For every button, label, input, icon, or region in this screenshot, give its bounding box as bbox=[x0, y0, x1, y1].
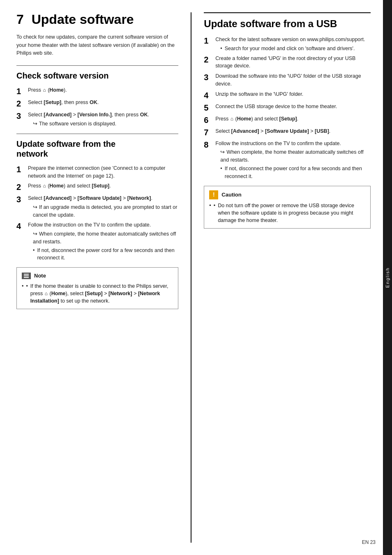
usb-step-number-8: 8 bbox=[204, 140, 215, 150]
note-icon-line-1 bbox=[24, 274, 29, 275]
usb-step-content-6: Press ⌂ (Home) and select [Setup]. bbox=[215, 115, 371, 123]
net-step-number-3: 3 bbox=[16, 194, 28, 204]
note-icon bbox=[22, 273, 31, 279]
section-divider-1 bbox=[16, 65, 178, 66]
check-version-title: Check software version bbox=[16, 71, 178, 81]
usb-step-content-8: Follow the instructions on the TV to con… bbox=[215, 140, 371, 180]
update-network-title: Update software from thenetwork bbox=[16, 139, 178, 159]
usb-section: Update software from a USB bbox=[204, 12, 371, 30]
usb-step-content-1: Check for the latest software version on… bbox=[215, 36, 371, 52]
caution-icon: ! bbox=[209, 190, 218, 199]
network-step-2: 2 Press ⌂ (Home) and select [Setup]. bbox=[16, 182, 178, 192]
caution-bullet: • bbox=[214, 202, 215, 209]
note-icon-lines bbox=[24, 274, 29, 278]
network-step-1: 1 Prepare the internet connection (see '… bbox=[16, 164, 178, 180]
right-column: Update software from a USB 1 Check for t… bbox=[191, 12, 371, 543]
caution-text: Do not turn off the power or remove the … bbox=[218, 202, 365, 224]
usb-step-number-5: 5 bbox=[204, 103, 215, 113]
net-step-content-1: Prepare the internet connection (see 'Co… bbox=[28, 164, 178, 180]
note-icon-line-2 bbox=[24, 275, 29, 276]
step-number-1: 1 bbox=[16, 86, 28, 96]
section-divider-2 bbox=[16, 134, 178, 134]
net-step-4-bullet: If not, disconnect the power cord for a … bbox=[28, 247, 178, 261]
step-number-3: 3 bbox=[16, 111, 28, 121]
usb-step-8: 8 Follow the instructions on the TV to c… bbox=[204, 140, 371, 180]
usb-step-number-2: 2 bbox=[204, 55, 215, 65]
step-content-3: Select [Advanced] > [Version Info.], the… bbox=[28, 111, 178, 128]
usb-step-content-7: Select [Advanced] > [Software Update] > … bbox=[215, 127, 371, 135]
caution-box: ! Caution • Do not turn off the power or… bbox=[204, 186, 371, 229]
home-icon-4: ⌂ bbox=[231, 115, 233, 123]
caution-label: Caution bbox=[221, 191, 241, 199]
net-step-number-2: 2 bbox=[16, 182, 28, 192]
home-icon-2: ⌂ bbox=[43, 182, 46, 190]
usb-step-4: 4 Unzip the software in the '\UPG' folde… bbox=[204, 90, 371, 100]
step-number-2: 2 bbox=[16, 99, 28, 109]
usb-step-1-bullet: Search for your model and click on 'soft… bbox=[215, 45, 371, 52]
intro-text: To check for new updates, compare the cu… bbox=[16, 33, 178, 57]
note-bullet: • bbox=[26, 282, 28, 290]
usb-steps: 1 Check for the latest software version … bbox=[204, 36, 371, 180]
note-header: Note bbox=[22, 272, 173, 280]
usb-step-8-result: When complete, the home theater automati… bbox=[215, 148, 371, 164]
network-step-3: 3 Select [Advanced] > [Software Update] … bbox=[16, 194, 178, 219]
usb-step-content-3: Download the software into the '\UPG' fo… bbox=[215, 72, 371, 88]
usb-step-8-bullet: If not, disconnect the power cord for a … bbox=[215, 165, 371, 180]
check-step-1: 1 Press ⌂ (Home). bbox=[16, 86, 178, 96]
main-content: 7 Update software To check for new updat… bbox=[0, 0, 383, 555]
net-step-number-4: 4 bbox=[16, 221, 28, 231]
usb-step-number-1: 1 bbox=[204, 36, 215, 46]
usb-step-6: 6 Press ⌂ (Home) and select [Setup]. bbox=[204, 115, 371, 125]
caution-header: ! Caution bbox=[209, 190, 365, 199]
usb-step-content-2: Create a folder named 'UPG' in the root … bbox=[215, 55, 371, 70]
usb-step-1: 1 Check for the latest software version … bbox=[204, 36, 371, 52]
usb-step-content-5: Connect the USB storage device to the ho… bbox=[215, 103, 371, 111]
usb-step-3: 3 Download the software into the '\UPG' … bbox=[204, 72, 371, 88]
update-network-steps: 1 Prepare the internet connection (see '… bbox=[16, 164, 178, 261]
step-content-2: Select [Setup], then press OK. bbox=[28, 99, 178, 106]
note-box: Note • If the home theater is unable to … bbox=[16, 267, 178, 309]
net-step-4-result: When complete, the home theater automati… bbox=[28, 230, 178, 245]
usb-step-number-7: 7 bbox=[204, 127, 215, 137]
chapter-title-text: Update software bbox=[32, 12, 134, 27]
net-step-content-3: Select [Advanced] > [Software Update] > … bbox=[28, 194, 178, 219]
step-content-1: Press ⌂ (Home). bbox=[28, 86, 178, 94]
left-column: 7 Update software To check for new updat… bbox=[16, 12, 191, 543]
usb-step-number-3: 3 bbox=[204, 72, 215, 82]
note-content: • If the home theater is unable to conne… bbox=[22, 282, 173, 305]
usb-step-5: 5 Connect the USB storage device to the … bbox=[204, 103, 371, 113]
net-step-content-4: Follow the instruction on the TV to conf… bbox=[28, 221, 178, 261]
check-version-steps: 1 Press ⌂ (Home). 2 Select [Setup], then… bbox=[16, 86, 178, 128]
note-text: If the home theater is unable to connect… bbox=[30, 282, 173, 305]
note-icon-line-3 bbox=[24, 277, 29, 278]
net-step-3-result: If an upgrade media is detected, you are… bbox=[28, 204, 178, 219]
home-icon-3: ⌂ bbox=[45, 290, 48, 297]
page: 7 Update software To check for new updat… bbox=[0, 0, 392, 555]
footer: EN 23 bbox=[362, 539, 376, 545]
usb-step-number-4: 4 bbox=[204, 90, 215, 100]
net-step-number-1: 1 bbox=[16, 164, 28, 174]
side-tab-text: English bbox=[385, 267, 390, 288]
usb-title: Update software from a USB bbox=[204, 18, 371, 30]
chapter-title: 7 Update software bbox=[16, 12, 178, 27]
note-label: Note bbox=[34, 272, 46, 280]
chapter-number: 7 bbox=[16, 12, 24, 27]
check-step-3: 3 Select [Advanced] > [Version Info.], t… bbox=[16, 111, 178, 128]
usb-step-content-4: Unzip the software in the '\UPG' folder. bbox=[215, 90, 371, 98]
side-tab: English bbox=[383, 0, 392, 555]
net-step-content-2: Press ⌂ (Home) and select [Setup]. bbox=[28, 182, 178, 190]
caution-content: • Do not turn off the power or remove th… bbox=[209, 202, 365, 224]
home-icon-1: ⌂ bbox=[43, 86, 46, 94]
usb-step-number-6: 6 bbox=[204, 115, 215, 125]
usb-step-2: 2 Create a folder named 'UPG' in the roo… bbox=[204, 55, 371, 70]
network-step-4: 4 Follow the instruction on the TV to co… bbox=[16, 221, 178, 261]
usb-step-7: 7 Select [Advanced] > [Software Update] … bbox=[204, 127, 371, 137]
check-step-2: 2 Select [Setup], then press OK. bbox=[16, 99, 178, 109]
check-step-3-result: The software version is displayed. bbox=[28, 120, 178, 128]
